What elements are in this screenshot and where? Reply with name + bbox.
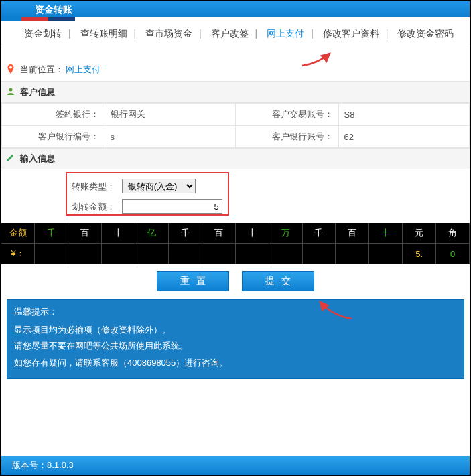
reset-button[interactable]: 重置 — [157, 271, 229, 291]
digit-cell — [168, 244, 202, 264]
col-thousand2: 千 — [168, 223, 202, 244]
user-icon — [7, 87, 17, 97]
input-form: 转账类型： 银转商(入金) 划转金额： — [1, 169, 470, 223]
nav-tabs: 资金划转| 查转账明细| 查市场资金| 客户改签| 网上支付| 修改客户资料| … — [1, 21, 470, 46]
digit-cell — [369, 244, 403, 264]
col-yi: 亿 — [135, 223, 169, 244]
version-label: 版本号： — [12, 460, 47, 470]
breadcrumb-current: 网上支付 — [66, 64, 100, 74]
tab-customer-resign[interactable]: 客户改签 — [208, 28, 251, 39]
window-title: 资金转账 — [1, 1, 470, 17]
breadcrumb: 当前位置： 网上支付 — [1, 58, 470, 82]
tips-title: 温馨提示： — [14, 304, 457, 321]
input-transfer-amount[interactable] — [122, 199, 222, 214]
table-row: 客户银行编号： s 客户银行账号： 62 — [2, 126, 470, 148]
label-bank: 签约银行： — [2, 104, 105, 126]
digit-cell — [68, 244, 102, 264]
col-yuan: 元 — [403, 223, 436, 244]
tab-market-funds[interactable]: 查市场资金 — [143, 28, 195, 39]
digit-cell: 0 — [436, 244, 470, 264]
version-value: 8.1.0.3 — [47, 460, 74, 470]
tab-fund-transfer[interactable]: 资金划转 — [21, 28, 64, 39]
digit-cell — [35, 244, 68, 264]
digit-cell — [269, 244, 302, 264]
label-transfer-type: 转账类型： — [68, 181, 115, 193]
tips-box: 温馨提示： 显示项目均为必输项（修改资料除外）。 请您尽量不要在网吧等公共场所使… — [7, 299, 464, 379]
digit-cell — [202, 244, 235, 264]
digit-cell — [336, 244, 369, 264]
tab-edit-customer[interactable]: 修改客户资料 — [320, 28, 382, 39]
col-thousand3: 千 — [302, 223, 336, 244]
select-transfer-type[interactable]: 银转商(入金) — [122, 179, 196, 193]
digit-cell — [235, 244, 269, 264]
col-hundred: 百 — [68, 223, 102, 244]
label-transfer-amount: 划转金额： — [68, 201, 115, 213]
section-customer-info: 客户信息 — [1, 82, 470, 103]
section-title: 输入信息 — [20, 153, 55, 163]
value-bank: 银行网关 — [105, 104, 235, 126]
col-ten: 十 — [102, 223, 135, 244]
digit-cell — [102, 244, 135, 264]
button-row: 重置 提交 — [1, 264, 470, 299]
customer-info-table: 签约银行： 银行网关 客户交易账号： S8 客户银行编号： s 客户银行账号： … — [1, 103, 470, 148]
row-label: ¥： — [1, 244, 35, 264]
digit-cell: 5. — [403, 244, 436, 264]
col-hundred3: 百 — [336, 223, 369, 244]
submit-button[interactable]: 提交 — [242, 271, 314, 291]
location-pin-icon — [7, 64, 15, 76]
value-bank-code: s — [105, 126, 235, 148]
tab-change-password[interactable]: 修改资金密码 — [395, 28, 456, 39]
tip-line: 请您尽量不要在网吧等公共场所使用此系统。 — [14, 338, 457, 355]
col-ten3: 十 — [369, 223, 403, 244]
col-amount: 金额 — [1, 223, 35, 244]
col-hundred2: 百 — [202, 223, 235, 244]
col-wan: 万 — [269, 223, 302, 244]
col-jiao: 角 — [436, 223, 470, 244]
label-bank-account: 客户银行账号： — [235, 126, 338, 148]
section-input-info: 输入信息 — [1, 148, 470, 169]
tab-transfer-history[interactable]: 查转账明细 — [78, 28, 130, 39]
col-thousand: 千 — [35, 223, 68, 244]
amount-digit-table: 金额 千 百 十 亿 千 百 十 万 千 百 十 元 角 ¥： 5. 0 — [1, 223, 470, 264]
value-trade-account: S8 — [338, 104, 469, 126]
section-title: 客户信息 — [20, 87, 55, 97]
col-ten2: 十 — [235, 223, 269, 244]
edit-icon — [7, 153, 17, 163]
tip-line: 如您存有疑问，请联系客服（4008698055）进行咨询。 — [14, 355, 457, 372]
svg-point-0 — [9, 88, 13, 92]
label-trade-account: 客户交易账号： — [235, 104, 338, 126]
digit-value-row: ¥： 5. 0 — [1, 244, 470, 264]
tip-line: 显示项目均为必输项（修改资料除外）。 — [14, 322, 457, 339]
table-row: 签约银行： 银行网关 客户交易账号： S8 — [2, 104, 470, 126]
digit-cell — [135, 244, 169, 264]
label-bank-code: 客户银行编号： — [2, 126, 105, 148]
digit-cell — [302, 244, 336, 264]
value-bank-account: 62 — [338, 126, 469, 148]
tab-online-payment[interactable]: 网上支付 — [264, 28, 307, 39]
breadcrumb-label: 当前位置： — [20, 64, 64, 74]
footer: 版本号：8.1.0.3 — [1, 456, 470, 475]
digit-header-row: 金额 千 百 十 亿 千 百 十 万 千 百 十 元 角 — [1, 223, 470, 244]
